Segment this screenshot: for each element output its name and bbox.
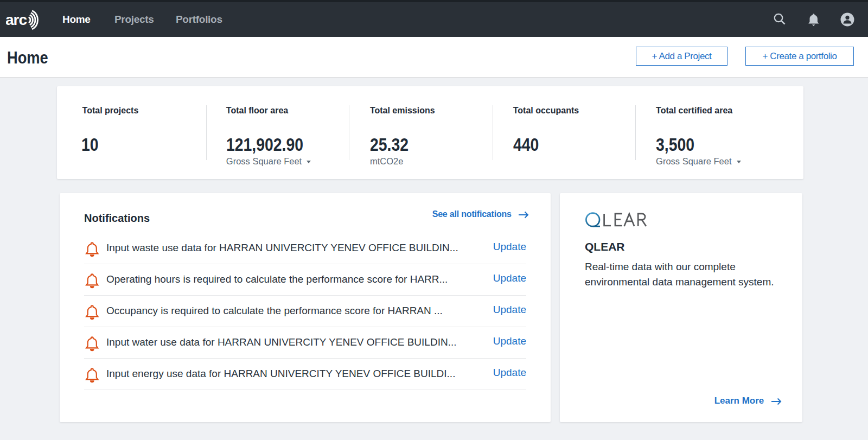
svg-text:arc: arc <box>6 11 27 28</box>
